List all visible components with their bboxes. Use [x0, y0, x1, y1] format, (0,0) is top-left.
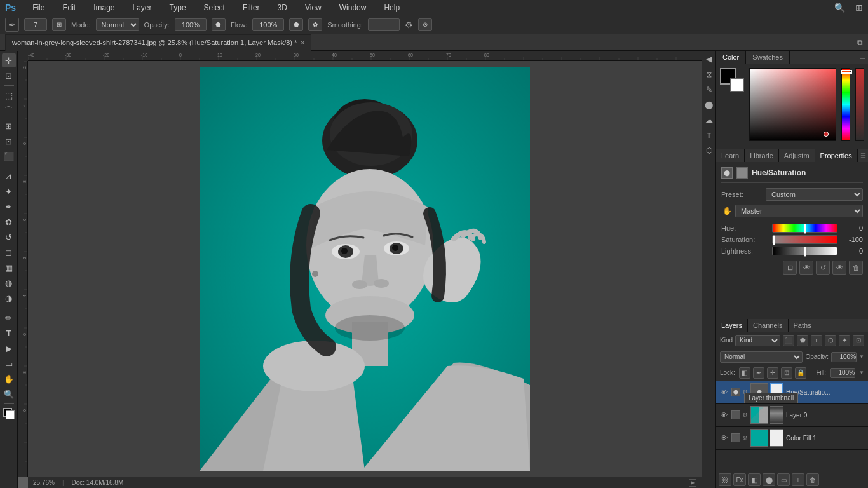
- opacity-input[interactable]: [175, 18, 207, 31]
- color-panel-menu[interactable]: ☰: [857, 51, 868, 64]
- frame-tool[interactable]: ⬛: [2, 149, 16, 163]
- canvas-scroll-right[interactable]: ▶: [689, 479, 696, 487]
- learn-icon[interactable]: ✎: [703, 84, 715, 95]
- layer-mask-thumb[interactable]: [770, 406, 783, 424]
- zoom-tool[interactable]: 🔍: [2, 387, 16, 401]
- layer-visibility-eye[interactable]: 👁: [719, 387, 729, 397]
- spot-healing-tool[interactable]: ✦: [2, 184, 16, 198]
- tab-paths[interactable]: Paths: [789, 319, 817, 332]
- lock-transparency-btn[interactable]: ◧: [739, 367, 750, 379]
- menu-type[interactable]: Type: [166, 2, 190, 13]
- hue-horiz-slider[interactable]: [772, 224, 837, 233]
- eyedropper-tool[interactable]: ⊿: [2, 169, 16, 183]
- menu-layer[interactable]: Layer: [129, 2, 156, 13]
- layer-thumbnail[interactable]: [750, 429, 768, 447]
- history-panel-icon[interactable]: ⧖: [703, 69, 715, 80]
- lasso-tool[interactable]: ⌒: [2, 104, 16, 118]
- crop-tool[interactable]: ⊡: [2, 134, 16, 148]
- layer-item[interactable]: 👁 ⛓ Color Fill 1: [716, 427, 868, 450]
- smoothing-input[interactable]: [368, 18, 400, 31]
- new-group-btn[interactable]: ▭: [777, 473, 790, 486]
- layer-kind-select[interactable]: Kind Name Effect: [735, 335, 780, 346]
- preset-select[interactable]: Custom Default Cyanotype: [766, 188, 863, 201]
- brush-settings-btn[interactable]: ⊞: [52, 18, 66, 31]
- filter-pixel-btn[interactable]: ⬛: [783, 335, 794, 346]
- tab-channels[interactable]: Channels: [748, 319, 788, 332]
- layers-fill-input[interactable]: [830, 368, 855, 378]
- menu-3d[interactable]: 3D: [274, 2, 291, 13]
- channel-select[interactable]: Master Reds Yellows Greens Cyans Blues M…: [735, 205, 863, 217]
- pressure-flow-btn[interactable]: ⬟: [289, 18, 303, 31]
- lock-artboard-btn[interactable]: ⊡: [781, 367, 792, 379]
- add-style-btn[interactable]: Fx: [733, 473, 746, 486]
- eraser-tool[interactable]: ◻: [2, 245, 16, 259]
- filter-adj-btn[interactable]: ⬟: [797, 335, 808, 346]
- lock-position-btn[interactable]: ✛: [767, 367, 778, 379]
- lock-all-btn[interactable]: 🔒: [795, 367, 806, 379]
- hand-tool[interactable]: ✋: [2, 372, 16, 386]
- delete-layer-btn[interactable]: 🗑: [806, 473, 819, 486]
- layers-expand-btn[interactable]: ▼: [859, 354, 864, 360]
- tab-adjustments[interactable]: Adjustm: [779, 149, 815, 162]
- brush-preset-picker[interactable]: ✒: [5, 18, 19, 32]
- airbrush-btn[interactable]: ✿: [308, 18, 322, 31]
- new-adjustment-btn[interactable]: ⬤: [763, 473, 775, 486]
- foreground-background-colors[interactable]: [2, 407, 16, 421]
- fg-bg-swatches[interactable]: [720, 68, 744, 92]
- marquee-tool[interactable]: ⬚: [2, 88, 16, 102]
- document-tab[interactable]: woman-in-grey-long-sleeved-shirt-2787341…: [5, 34, 311, 51]
- history-brush-tool[interactable]: ↺: [2, 230, 16, 244]
- background-swatch[interactable]: [730, 78, 744, 92]
- tab-learn[interactable]: Learn: [716, 149, 745, 162]
- clone-stamp-tool[interactable]: ✿: [2, 215, 16, 229]
- color-gradient-picker[interactable]: [749, 68, 836, 141]
- layer-item[interactable]: 👁 ⛓ Layer 0 Layer thumbnail: [716, 404, 868, 427]
- add-mask-btn[interactable]: ◧: [748, 473, 761, 486]
- search-icon[interactable]: 🔍: [834, 3, 845, 13]
- blur-tool[interactable]: ◍: [2, 276, 16, 290]
- settings-gear-icon[interactable]: ⚙: [405, 20, 413, 30]
- link-layers-btn[interactable]: ⛓: [719, 473, 731, 486]
- layers-opacity-input[interactable]: [831, 352, 857, 362]
- filter-toggle[interactable]: ⊡: [853, 335, 864, 346]
- lock-pixels-btn[interactable]: ✒: [753, 367, 764, 379]
- layer-visibility-eye[interactable]: 👁: [719, 433, 729, 443]
- filter-shape-btn[interactable]: ⬡: [825, 335, 836, 346]
- menu-select[interactable]: Select: [200, 2, 229, 13]
- menu-edit[interactable]: Edit: [58, 2, 79, 13]
- menu-filter[interactable]: Filter: [239, 2, 264, 13]
- menu-help[interactable]: Help: [380, 2, 403, 13]
- tab-layers[interactable]: Layers: [716, 319, 748, 332]
- fill-expand-btn[interactable]: ▼: [859, 370, 864, 376]
- layout-icon[interactable]: ⊞: [855, 3, 863, 13]
- pressure-opacity-btn[interactable]: ⬟: [212, 18, 226, 31]
- path-selection-tool[interactable]: ▶: [2, 341, 16, 355]
- object-selection-tool[interactable]: ⊞: [2, 119, 16, 133]
- layer-blend-select[interactable]: Normal Multiply Screen: [720, 351, 803, 363]
- colorize-hand-icon[interactable]: ✋: [721, 205, 733, 217]
- visibility-btn[interactable]: 👁: [832, 261, 846, 274]
- layer-mask-thumb[interactable]: [770, 429, 783, 447]
- arrange-btn[interactable]: ⧉: [852, 38, 868, 47]
- brush-size-input[interactable]: [24, 18, 47, 31]
- move-tool[interactable]: ✛: [2, 53, 16, 67]
- brush-tool[interactable]: ✒: [2, 200, 16, 214]
- flow-input[interactable]: [252, 18, 284, 31]
- erase-btn[interactable]: ⊘: [418, 18, 432, 31]
- menu-window[interactable]: Window: [336, 2, 370, 13]
- rectangle-tool[interactable]: ▭: [2, 356, 16, 370]
- tab-properties[interactable]: Properties: [815, 149, 858, 162]
- layer-visibility-eye[interactable]: 👁: [719, 410, 729, 420]
- menu-view[interactable]: View: [301, 2, 325, 13]
- type-icon[interactable]: T: [703, 130, 715, 141]
- new-layer-btn[interactable]: +: [792, 473, 804, 486]
- reset-btn[interactable]: ↺: [816, 261, 830, 274]
- artboard-tool[interactable]: ⊡: [2, 69, 16, 83]
- clip-layer-btn[interactable]: ⊡: [783, 261, 797, 274]
- hue-slider[interactable]: [841, 68, 850, 141]
- view-layer-btn[interactable]: 👁: [799, 261, 813, 274]
- tab-color[interactable]: Color: [716, 51, 746, 64]
- saturation-horiz-slider[interactable]: [772, 235, 837, 244]
- filter-smart-btn[interactable]: ✦: [839, 335, 850, 346]
- dodge-tool[interactable]: ◑: [2, 291, 16, 305]
